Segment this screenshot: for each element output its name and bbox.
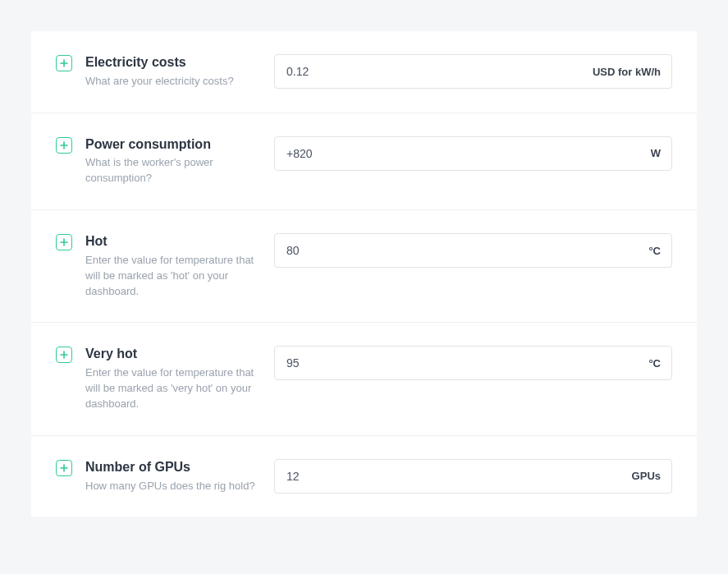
row-veryhot: Very hot Enter the value for temperature… xyxy=(31,323,697,435)
plus-icon[interactable] xyxy=(56,347,72,363)
field-desc: Enter the value for temperature that wil… xyxy=(85,253,261,300)
settings-card: Electricity costs What are your electric… xyxy=(31,31,697,517)
field-title: Electricity costs xyxy=(85,54,261,71)
field-desc: Enter the value for temperature that wil… xyxy=(85,365,261,412)
row-hot: Hot Enter the value for temperature that… xyxy=(31,210,697,323)
field-desc: What are your electricity costs? xyxy=(85,74,261,90)
field-desc: What is the worker's power consumption? xyxy=(85,155,261,186)
field-title: Number of GPUs xyxy=(85,459,261,476)
field-title: Power consumption xyxy=(85,136,261,154)
field-title: Very hot xyxy=(85,346,261,363)
plus-icon[interactable] xyxy=(56,55,72,71)
row-gpus: Number of GPUs How many GPUs does the ri… xyxy=(31,436,697,517)
hot-input[interactable] xyxy=(274,233,672,268)
field-title: Hot xyxy=(85,233,261,250)
electricity-input[interactable] xyxy=(274,54,672,89)
power-input[interactable] xyxy=(274,136,672,171)
plus-icon[interactable] xyxy=(56,137,72,154)
plus-icon[interactable] xyxy=(56,234,72,250)
plus-icon[interactable] xyxy=(56,460,72,476)
row-power: Power consumption What is the worker's p… xyxy=(31,113,697,210)
veryhot-input[interactable] xyxy=(274,346,672,380)
field-desc: How many GPUs does the rig hold? xyxy=(85,479,261,494)
row-electricity: Electricity costs What are your electric… xyxy=(31,31,697,113)
gpus-input[interactable] xyxy=(274,459,672,494)
